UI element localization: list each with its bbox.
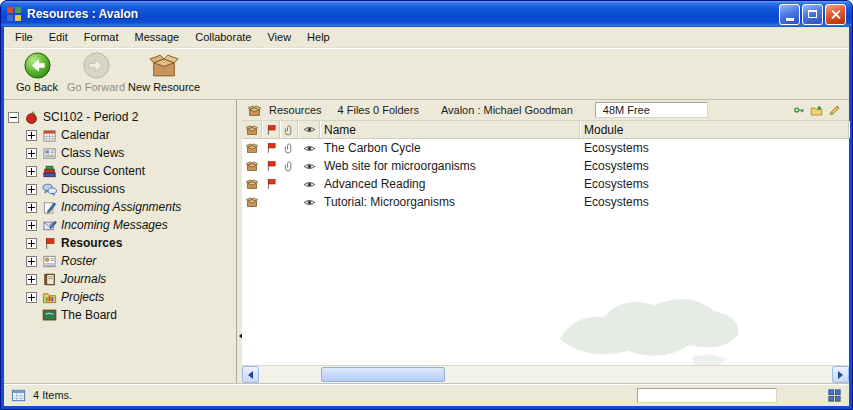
tree-item-class-news[interactable]: Class News (8, 144, 236, 162)
tree-item-label: Class News (61, 146, 124, 160)
menu-message[interactable]: Message (127, 28, 188, 46)
expand-icon[interactable] (26, 166, 37, 177)
tree-item-label: The Board (61, 308, 117, 322)
quill-envelope-icon (41, 218, 57, 233)
resource-module: Ecosystems (580, 141, 849, 155)
free-space-field: 48M Free (595, 102, 708, 118)
horizontal-scrollbar[interactable] (242, 365, 849, 383)
expand-icon[interactable] (26, 184, 37, 195)
resources-info-bar: Resources 4 Files 0 Folders Avalon : Mic… (242, 100, 849, 121)
status-progress-field (637, 388, 777, 403)
new-resource-button[interactable]: New Resource (128, 51, 200, 94)
journal-book-icon (41, 272, 57, 287)
expand-icon[interactable] (26, 292, 37, 303)
flag-icon (41, 237, 57, 250)
collapse-expander-icon[interactable] (8, 112, 19, 123)
tree-item-calendar[interactable]: Calendar (8, 126, 236, 144)
column-flag[interactable] (262, 121, 280, 138)
menu-file[interactable]: File (7, 28, 41, 46)
resource-name[interactable]: The Carbon Cycle (320, 141, 580, 155)
newspaper-icon (41, 146, 57, 161)
tree-item-label: Discussions (61, 182, 125, 196)
flag-icon (262, 142, 280, 154)
paperclip-icon (283, 124, 295, 136)
tree-item-the-board[interactable]: The Board (8, 306, 236, 324)
menu-format[interactable]: Format (76, 28, 127, 46)
resource-name[interactable]: Advanced Reading (320, 177, 580, 191)
go-forward-button[interactable]: Go Forward (67, 51, 125, 94)
menu-view[interactable]: View (259, 28, 299, 46)
scrollbar-track[interactable] (259, 366, 832, 383)
expand-icon[interactable] (26, 130, 37, 141)
tree-item-incoming-assignments[interactable]: Incoming Assignments (8, 198, 236, 216)
scroll-left-arrow[interactable] (242, 366, 259, 383)
resource-name[interactable]: Tutorial: Microorganisms (320, 195, 580, 209)
tree-item-projects[interactable]: Projects (8, 288, 236, 306)
expand-icon[interactable] (26, 202, 37, 213)
tree-item-resources[interactable]: Resources (8, 234, 236, 252)
expand-icon[interactable] (26, 148, 37, 159)
column-visibility[interactable] (298, 121, 320, 138)
expand-icon[interactable] (26, 220, 37, 231)
tree-item-label: Calendar (61, 128, 110, 142)
flag-icon (262, 178, 280, 190)
close-button[interactable] (825, 4, 846, 25)
tree-item-incoming-messages[interactable]: Incoming Messages (8, 216, 236, 234)
package-icon (242, 178, 262, 190)
scrollbar-thumb[interactable] (321, 367, 445, 382)
panel-title: Resources (269, 104, 322, 116)
maximize-icon (808, 10, 817, 18)
tree-root-course[interactable]: SCI102 - Period 2 (8, 108, 236, 126)
back-icon (23, 51, 52, 80)
column-module[interactable]: Module (580, 121, 849, 138)
tree-item-label: Projects (61, 290, 104, 304)
list-row[interactable]: Advanced Reading Ecosystems (242, 175, 849, 193)
column-attachment[interactable] (280, 121, 298, 138)
server-user-label: Avalon : Michael Goodman (441, 104, 573, 116)
key-icon[interactable] (793, 104, 805, 116)
menu-help[interactable]: Help (299, 28, 338, 46)
eye-icon (298, 178, 320, 191)
tree-item-label: Incoming Messages (61, 218, 168, 232)
titlebar[interactable]: Resources : Avalon (1, 1, 852, 27)
list-row[interactable]: Tutorial: Microorganisms Ecosystems (242, 193, 849, 211)
items-view-icon[interactable] (11, 388, 26, 403)
new-folder-icon[interactable] (810, 104, 823, 117)
tree-item-label: Course Content (61, 164, 145, 178)
minimize-button[interactable] (779, 4, 800, 25)
column-header-row: Name Module (242, 121, 849, 139)
paperclip-icon (280, 160, 298, 172)
column-name[interactable]: Name (320, 121, 580, 138)
list-row[interactable]: Web site for microorganisms Ecosystems (242, 157, 849, 175)
app-window: Resources : Avalon File Edit Format Mess… (0, 0, 853, 410)
eye-icon (303, 123, 316, 136)
expand-icon[interactable] (26, 256, 37, 267)
grid-icon[interactable] (827, 388, 842, 403)
column-package[interactable] (242, 121, 262, 138)
menu-collaborate[interactable]: Collaborate (187, 28, 259, 46)
scroll-right-arrow[interactable] (832, 366, 849, 383)
tree-item-journals[interactable]: Journals (8, 270, 236, 288)
flag-icon (265, 124, 277, 136)
maximize-button[interactable] (802, 4, 823, 25)
window-title: Resources : Avalon (27, 7, 779, 21)
app-icon (6, 6, 22, 22)
tree-item-label: Roster (61, 254, 96, 268)
tree-item-course-content[interactable]: Course Content (8, 162, 236, 180)
list-row[interactable]: The Carbon Cycle Ecosystems (242, 139, 849, 157)
left-triangle-icon (244, 371, 253, 379)
resource-name[interactable]: Web site for microorganisms (320, 159, 580, 173)
expand-icon[interactable] (26, 238, 37, 249)
roster-card-icon (41, 254, 57, 269)
go-back-button[interactable]: Go Back (10, 51, 64, 94)
forward-icon (82, 51, 111, 80)
expand-icon[interactable] (26, 274, 37, 285)
tree-item-roster[interactable]: Roster (8, 252, 236, 270)
course-tree-panel: SCI102 - Period 2 Calendar Class News (4, 100, 237, 383)
edit-pencil-icon[interactable] (828, 104, 841, 117)
close-icon (830, 9, 841, 20)
resource-module: Ecosystems (580, 195, 849, 209)
menu-edit[interactable]: Edit (41, 28, 76, 46)
package-icon (242, 160, 262, 172)
tree-item-discussions[interactable]: Discussions (8, 180, 236, 198)
